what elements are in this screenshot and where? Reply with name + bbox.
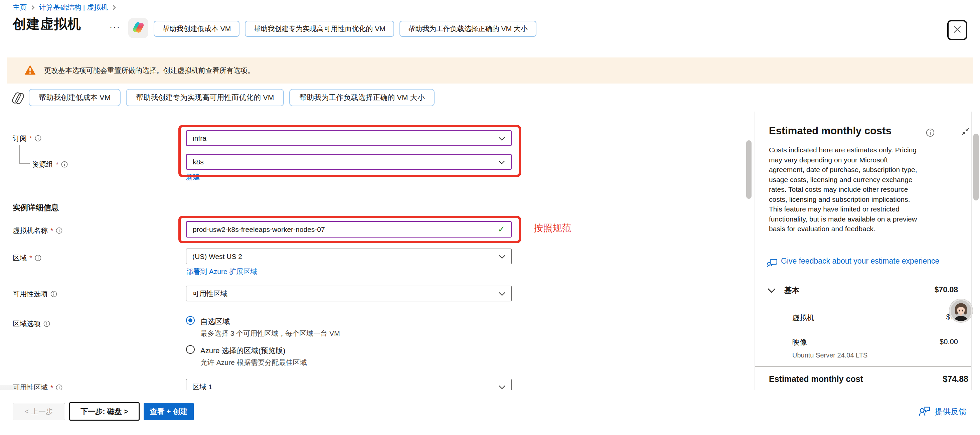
copilot-outline-icon	[11, 91, 25, 107]
give-feedback-link[interactable]: 提供反馈	[918, 406, 967, 417]
edge-zone-link[interactable]: 部署到 Azure 扩展区域	[186, 267, 258, 276]
suggestion-low-cost-vm-button[interactable]: 帮助我创建低成本 VM	[154, 21, 240, 37]
warning-banner: 更改基本选项可能会重置所做的选择。创建虚拟机前查看所有选项。	[7, 57, 973, 83]
create-vm-blade: 主页 计算基础结构 | 虚拟机 创建虚拟机 ··· 帮助我创建低成本 VM 帮助…	[0, 0, 980, 435]
breadcrumb-section[interactable]: 计算基础结构 | 虚拟机	[39, 3, 108, 12]
radio-self-select-zones[interactable]	[186, 316, 195, 325]
suggestion-high-availability-button[interactable]: 帮助我创建专为实现高可用性而优化的 VM	[126, 89, 284, 106]
collapse-panel-icon[interactable]	[961, 127, 970, 138]
breadcrumb-home[interactable]: 主页	[13, 3, 27, 12]
previous-button[interactable]: < 上一步	[13, 403, 65, 420]
vm-name-annotation: 按照规范	[534, 222, 571, 234]
info-icon[interactable]	[56, 227, 62, 234]
info-icon[interactable]	[43, 320, 50, 327]
instance-details-heading: 实例详细信息	[13, 202, 59, 213]
main-scrollbar[interactable]	[746, 140, 751, 199]
cost-item-sub-label: Ubuntu Server 24.04 LTS	[792, 352, 867, 359]
breadcrumb: 主页 计算基础结构 | 虚拟机	[13, 3, 116, 12]
region-dropdown[interactable]: (US) West US 2	[186, 249, 512, 264]
subscription-label: 订阅*	[13, 134, 41, 143]
warning-icon	[24, 64, 36, 76]
review-create-button[interactable]: 查看 + 创建	[144, 403, 194, 420]
cost-item-name: 虚拟机	[792, 313, 815, 323]
chevron-down-icon	[499, 253, 505, 261]
radio-self-select-label[interactable]: 自选区域	[200, 317, 230, 327]
chevron-down-icon	[499, 290, 505, 298]
cost-item-name: 映像	[792, 338, 807, 347]
copilot-logo-icon	[131, 21, 145, 36]
chevron-down-icon	[498, 158, 505, 166]
radio-azure-select-desc: 允许 Azure 根据需要分配最佳区域	[200, 358, 307, 367]
radio-azure-select-zones[interactable]	[186, 345, 195, 354]
feedback-person-icon	[918, 406, 931, 417]
feedback-bubbles-icon	[767, 258, 778, 270]
resource-group-label: 资源组*	[32, 160, 68, 169]
chevron-right-icon	[31, 5, 35, 10]
panel-left-divider	[754, 112, 755, 400]
cost-panel-divider	[755, 366, 971, 367]
suggestion-low-cost-vm-button[interactable]: 帮助我创建低成本 VM	[29, 89, 121, 106]
radio-self-select-desc: 最多选择 3 个可用性区域，每个区域一台 VM	[200, 329, 340, 338]
chevron-down-icon	[499, 383, 505, 391]
warning-text: 更改基本选项可能会重置所做的选择。创建虚拟机前查看所有选项。	[44, 66, 255, 75]
total-cost-label: Estimated monthly cost	[769, 374, 863, 384]
suggestion-right-size-button[interactable]: 帮助我为工作负载选择正确的 VM 大小	[289, 89, 434, 106]
close-blade-button[interactable]	[947, 20, 967, 40]
close-icon	[953, 25, 962, 35]
tree-connector-horizontal	[19, 163, 30, 164]
panel-right-divider	[971, 112, 972, 400]
cost-item-amount: $0.00	[891, 338, 958, 346]
cost-panel-description: Costs indicated here are estimates only.…	[769, 145, 963, 234]
cost-panel-title: Estimated monthly costs	[769, 125, 891, 137]
info-icon[interactable]	[35, 255, 41, 261]
estimate-feedback-link[interactable]: Give feedback about your estimate experi…	[767, 255, 945, 270]
total-cost-amount: $74.88	[881, 374, 968, 384]
panel-scrollbar[interactable]	[973, 134, 978, 201]
vm-name-field: ✓	[186, 221, 512, 237]
zone-options-label: 区域选项	[13, 319, 50, 328]
chevron-down-icon	[498, 134, 505, 142]
expand-basic-group-icon[interactable]	[768, 288, 776, 294]
availability-options-label: 可用性选项	[13, 289, 57, 299]
tree-connector-vertical	[19, 145, 20, 164]
info-icon[interactable]	[61, 161, 68, 168]
radio-azure-select-label[interactable]: Azure 选择的区域(预览版)	[200, 346, 285, 356]
vm-name-input[interactable]	[193, 226, 498, 234]
create-new-resource-group-link[interactable]: 新建	[186, 172, 200, 182]
suggestion-high-availability-button[interactable]: 帮助我创建专为实现高可用性而优化的 VM	[245, 21, 394, 37]
subscription-dropdown[interactable]: infra	[186, 130, 512, 146]
cost-group-name: 基本	[784, 285, 800, 296]
valid-check-icon: ✓	[498, 224, 505, 234]
copilot-button[interactable]	[128, 18, 148, 38]
availability-options-dropdown[interactable]: 可用性区域	[186, 286, 512, 301]
info-icon[interactable]	[51, 291, 57, 297]
page-title: 创建虚拟机	[13, 15, 81, 33]
resource-group-dropdown[interactable]: k8s	[186, 154, 512, 170]
info-icon[interactable]	[35, 135, 41, 142]
more-menu-button[interactable]: ···	[110, 22, 121, 32]
copilot-suggestions-row: 帮助我创建低成本 VM 帮助我创建专为实现高可用性而优化的 VM 帮助我为工作负…	[29, 89, 434, 106]
suggestion-right-size-button[interactable]: 帮助我为工作负载选择正确的 VM 大小	[399, 21, 536, 37]
copilot-suggestions-row-top: 帮助我创建低成本 VM 帮助我创建专为实现高可用性而优化的 VM 帮助我为工作负…	[154, 21, 536, 37]
vm-name-label: 虚拟机名称*	[13, 226, 62, 235]
next-disks-button[interactable]: 下一步: 磁盘 >	[69, 402, 140, 421]
region-label: 区域*	[13, 253, 41, 263]
assistant-avatar[interactable]	[949, 299, 973, 322]
chevron-right-icon	[112, 5, 116, 10]
cost-group-amount: $70.08	[891, 285, 958, 294]
info-icon[interactable]	[926, 128, 935, 138]
